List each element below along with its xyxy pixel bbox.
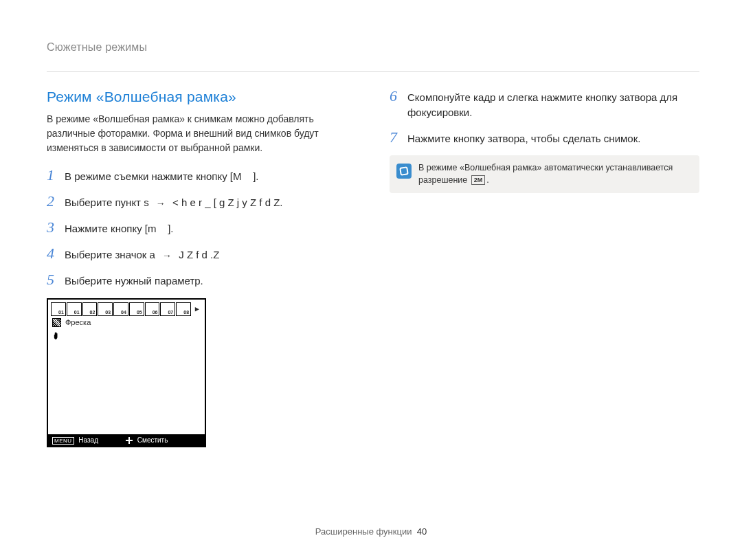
frame-thumb[interactable]: 07 — [160, 302, 175, 316]
frame-thumb[interactable]: 03 — [98, 302, 113, 316]
note-box: В режиме «Волшебная рамка» автоматически… — [390, 155, 699, 193]
step-number: 2 — [47, 194, 65, 209]
step-number: 4 — [47, 246, 65, 261]
hand-icon — [52, 330, 63, 340]
step-text: Выберите значок a → J Z f d .Z — [65, 247, 219, 262]
divider — [47, 71, 699, 72]
step-number: 7 — [390, 130, 407, 145]
arrow-icon: → — [162, 249, 172, 262]
frame-thumb[interactable]: 05 — [129, 302, 144, 316]
step-text: Нажмите кнопку затвора, чтобы сделать сн… — [407, 131, 640, 146]
steps-left: 1 В режиме съемки нажмите кнопку [M ]. 2… — [47, 168, 357, 289]
resolution-tag: 2M — [471, 175, 486, 185]
step-text: В режиме съемки нажмите кнопку [M ]. — [65, 169, 259, 184]
step-text: Выберите нужный параметр. — [65, 273, 203, 289]
breadcrumb: Сюжетные режимы — [47, 41, 699, 54]
frame-thumb[interactable]: 01 — [67, 302, 82, 316]
back-label[interactable]: Назад — [78, 436, 98, 444]
step-text: Нажмите кнопку [m ]. — [65, 221, 174, 236]
frame-thumb[interactable]: 06 — [145, 302, 160, 316]
move-label[interactable]: Сместить — [137, 436, 168, 444]
frame-thumb[interactable]: 02 — [82, 302, 98, 316]
arrow-icon: → — [156, 197, 166, 210]
page-title: Режим «Волшебная рамка» — [47, 89, 357, 105]
step-number: 1 — [47, 168, 65, 183]
note-text: В режиме «Волшебная рамка» автоматически… — [418, 162, 690, 186]
step-number: 6 — [390, 89, 407, 104]
frame-thumb[interactable]: 08 — [176, 302, 191, 316]
frame-thumb[interactable]: 04 — [113, 302, 128, 316]
preview-bottom-bar: MENU Назад Сместить — [48, 434, 205, 446]
menu-tag: MENU — [52, 437, 74, 445]
frame-thumb-row: 01 01 02 03 04 05 06 07 08 ▸ — [51, 302, 202, 316]
nav-cross-icon — [126, 437, 133, 444]
step-text: Скомпонуйте кадр и слегка нажмите кнопку… — [407, 90, 699, 120]
frame-thumb[interactable]: 01 — [51, 302, 66, 316]
intro-text: В режиме «Волшебная рамка» к снимкам мож… — [47, 112, 342, 155]
step-number: 5 — [47, 272, 65, 287]
steps-right: 6 Скомпонуйте кадр и слегка нажмите кноп… — [390, 89, 699, 146]
selected-frame-label: Фреска — [65, 318, 91, 326]
note-icon — [396, 164, 412, 179]
preview-body — [48, 344, 205, 434]
step-text: Выберите пункт s → < h e r _ [ g Z j y Z… — [65, 195, 282, 210]
page-footer: Расширенные функции 40 — [0, 526, 742, 537]
pattern-icon — [52, 318, 61, 327]
camera-preview: 01 01 02 03 04 05 06 07 08 ▸ Фреска — [47, 298, 206, 447]
step-number: 3 — [47, 220, 65, 235]
scroll-right-icon[interactable]: ▸ — [192, 302, 202, 316]
